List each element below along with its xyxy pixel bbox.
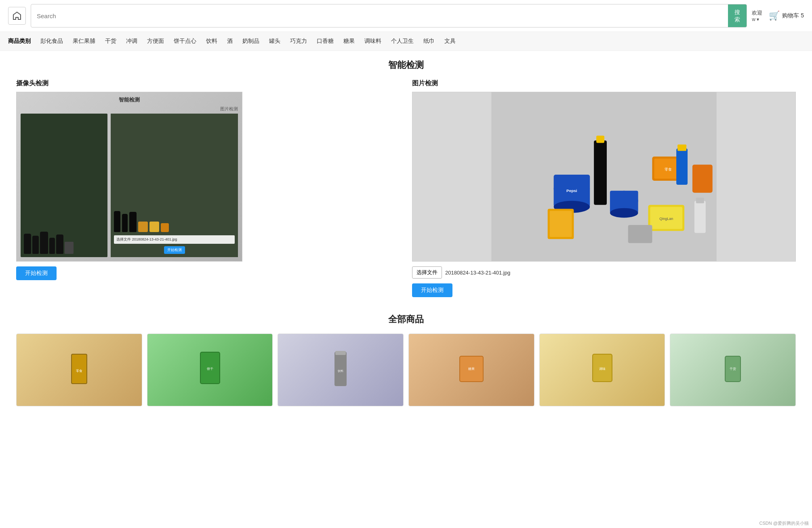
product-card-2[interactable]: 饼干: [147, 334, 273, 406]
picture-col-label: 图片检测: [412, 79, 796, 88]
product-card-1[interactable]: 零食: [16, 334, 142, 406]
product-card-5-inner: 调味: [540, 334, 665, 406]
search-input[interactable]: [31, 8, 728, 23]
svg-text:糖果: 糖果: [468, 367, 475, 371]
picture-detection-col: 图片检测 Pepsi: [412, 79, 796, 297]
nav-item-4[interactable]: 冲调: [126, 38, 137, 45]
camera-preview: 智能检测 图片检测: [16, 92, 242, 262]
nav-item-9[interactable]: 奶制品: [242, 38, 259, 45]
welcome-user[interactable]: 欢迎 w ▾: [752, 9, 762, 22]
search-button[interactable]: 搜 索: [728, 4, 747, 27]
svg-text:QingLan: QingLan: [659, 217, 673, 221]
header-right: 欢迎 w ▾ 🛒 购物车 5: [752, 9, 804, 22]
picture-scene-svg: Pepsi 零食 QingLan: [412, 92, 795, 261]
nav-item-11[interactable]: 巧克力: [290, 38, 307, 45]
svg-rect-21: [696, 198, 704, 203]
all-products-title: 全部商品: [16, 313, 796, 325]
search-bar: 搜 索: [31, 4, 747, 27]
svg-text:调味: 调味: [599, 367, 606, 371]
choose-file-button[interactable]: 选择文件: [412, 266, 442, 279]
product-card-4-inner: 糖果: [409, 334, 534, 406]
svg-rect-17: [628, 225, 652, 243]
cart-label: 购物车 5: [782, 12, 804, 19]
camera-inner-heading: 智能检测: [21, 96, 238, 103]
nav-item-category[interactable]: 商品类别: [8, 38, 31, 45]
product-card-6[interactable]: 干货: [670, 334, 796, 406]
svg-rect-20: [694, 201, 706, 233]
svg-rect-22: [676, 149, 688, 185]
nav-item-16[interactable]: 纸巾: [423, 38, 435, 45]
camera-left-view: [21, 114, 107, 257]
product-card-4[interactable]: 糖果: [408, 334, 534, 406]
detection-title: 智能检测: [16, 59, 796, 71]
nav-item-12[interactable]: 口香糖: [317, 38, 334, 45]
nav-item-5[interactable]: 方便面: [147, 38, 164, 45]
nav-item-8[interactable]: 酒: [227, 38, 233, 45]
nav-item-1[interactable]: 彭化食品: [40, 38, 63, 45]
svg-text:零食: 零食: [665, 167, 672, 171]
svg-rect-5: [594, 141, 607, 205]
svg-text:干货: 干货: [730, 367, 736, 371]
svg-rect-16: [692, 165, 713, 193]
nav-item-10[interactable]: 罐头: [269, 38, 280, 45]
svg-text:Pepsi: Pepsi: [566, 188, 577, 193]
product-card-2-inner: 饼干: [147, 334, 273, 406]
product-card-5[interactable]: 调味: [539, 334, 665, 406]
svg-text:饮料: 饮料: [337, 370, 343, 373]
main-content: 智能检测 摄像头检测 智能检测 图片检测: [0, 51, 812, 414]
svg-rect-23: [677, 145, 686, 151]
nav-item-15[interactable]: 个人卫生: [391, 38, 414, 45]
nav-item-2[interactable]: 果仁果脯: [73, 38, 95, 45]
svg-point-9: [610, 208, 638, 218]
nav-item-3[interactable]: 干货: [105, 38, 116, 45]
cart-button[interactable]: 🛒 购物车 5: [769, 11, 804, 21]
picture-preview: Pepsi 零食 QingLan: [412, 92, 796, 262]
nav-item-6[interactable]: 饼干点心: [174, 38, 196, 45]
nav-item-14[interactable]: 调味料: [364, 38, 381, 45]
svg-rect-30: [334, 352, 347, 386]
svg-rect-31: [335, 351, 346, 355]
file-input-row: 选择文件 20180824-13-43-21-401.jpg: [412, 266, 796, 279]
camera-right-view: 选择文件 20180824-13-43-21-401.jpg 开始检测: [111, 114, 238, 257]
product-card-6-inner: 干货: [670, 334, 795, 406]
nav-bar: 商品类别 彭化食品 果仁果脯 干货 冲调 方便面 饼干点心 饮料 酒 奶制品 罐…: [0, 32, 812, 51]
products-grid: 零食 饼干 饮料: [16, 334, 796, 406]
camera-detection-col: 摄像头检测 智能检测 图片检测: [16, 79, 400, 297]
home-button[interactable]: [8, 7, 26, 25]
svg-rect-19: [550, 211, 572, 237]
svg-text:饼干: 饼干: [206, 367, 213, 371]
detection-row: 摄像头检测 智能检测 图片检测: [16, 79, 796, 297]
file-name-label: 20180824-13-43-21-401.jpg: [445, 270, 510, 276]
picture-start-detect-button[interactable]: 开始检测: [412, 283, 452, 297]
all-products-section: 全部商品 零食 饼干: [16, 313, 796, 406]
product-card-1-inner: 零食: [17, 334, 142, 406]
svg-rect-6: [596, 136, 604, 143]
svg-text:零食: 零食: [76, 369, 82, 373]
camera-col-label: 摄像头检测: [16, 79, 400, 88]
nav-item-13[interactable]: 糖果: [343, 38, 355, 45]
camera-start-detect-button[interactable]: 开始检测: [16, 266, 57, 280]
product-card-3[interactable]: 饮料: [278, 334, 404, 406]
camera-screenshot-content: 智能检测 图片检测: [17, 92, 242, 261]
camera-inner-row: 选择文件 20180824-13-43-21-401.jpg 开始检测: [21, 114, 238, 257]
camera-inner-subheading: 图片检测: [21, 106, 238, 112]
cart-icon: 🛒: [769, 11, 780, 21]
header: 搜 索 欢迎 w ▾ 🛒 购物车 5: [0, 0, 812, 32]
product-card-3-inner: 饮料: [278, 334, 403, 406]
nav-item-7[interactable]: 饮料: [206, 38, 217, 45]
nav-item-17[interactable]: 文具: [444, 38, 456, 45]
